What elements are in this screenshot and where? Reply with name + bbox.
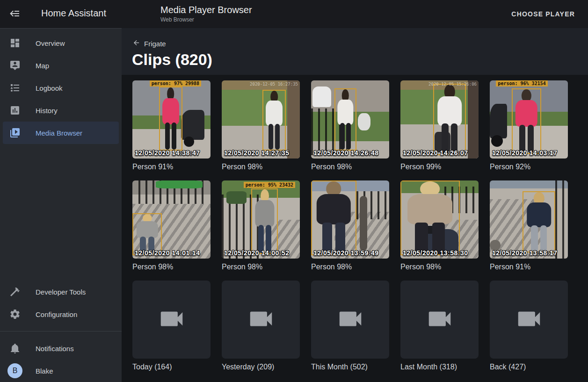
clip-item[interactable]: 12/05/2020 13:59:49: [311, 180, 389, 259]
person-leg: [531, 225, 538, 252]
clip-cell: 12/05/2020 14:01:14Person 98%: [132, 180, 211, 271]
sidebar-item-notifications[interactable]: Notifications: [3, 337, 119, 360]
sidebar-item-label: Configuration: [36, 310, 77, 318]
clip-timestamp: 12/05/2020 13:59:49: [313, 249, 379, 257]
clip-item[interactable]: person: 95% 2343212/05/2020 14:00:52: [222, 180, 300, 259]
person-leg: [540, 225, 547, 252]
folder-item-back[interactable]: [490, 281, 568, 359]
person-torso: [162, 98, 179, 124]
sidebar-item-overview[interactable]: Overview: [3, 32, 119, 54]
clip-item[interactable]: person: 97% 2998812/05/2020 14:38:47: [132, 80, 211, 159]
clip-timestamp: 12/05/2020 14:26:07: [403, 149, 468, 157]
breadcrumb-back-frigate[interactable]: Frigate: [132, 39, 166, 48]
sidebar-item-media-browser[interactable]: Media Browser: [3, 122, 119, 144]
folder-label: Yesterday (209): [222, 363, 300, 371]
dashboard-icon: [9, 37, 21, 49]
scene-prop: [360, 196, 368, 251]
media-grid: person: 97% 2998812/05/2020 14:38:47Pers…: [132, 80, 568, 371]
person-figure: [401, 181, 459, 254]
folder-label: Back (427): [490, 363, 568, 371]
clip-caption: Person 98%: [311, 263, 389, 271]
clip-item[interactable]: 2020-12-05 16:27:3512/05/2020 14:27:35: [222, 80, 300, 159]
sidebar-user-profile[interactable]: BBlake: [3, 360, 119, 382]
person-leg: [172, 123, 176, 150]
person-torso: [338, 100, 353, 125]
clip-cell: 12/05/2020 14:26:48Person 98%: [311, 80, 389, 171]
sidebar-item-label: Overview: [36, 39, 65, 47]
folder-label: This Month (502): [311, 363, 389, 371]
detection-box: [159, 86, 182, 151]
folder-cell: Back (427): [490, 281, 568, 371]
sidebar-item-history[interactable]: History: [3, 99, 119, 122]
clip-timestamp: 12/05/2020 14:00:52: [224, 249, 290, 257]
detection-box: [334, 88, 356, 151]
folder-cell: Yesterday (209): [222, 281, 300, 371]
folder-label: Today (164): [132, 363, 211, 371]
sidebar-item-developer-tools[interactable]: Developer Tools: [3, 281, 119, 303]
person-figure: [335, 89, 356, 150]
person-torso: [255, 200, 274, 227]
detection-box: [512, 88, 541, 154]
sidebar-toggle-button[interactable]: [8, 7, 22, 21]
sidebar-item-map[interactable]: Map: [3, 54, 119, 77]
panel-title: Media Player Browser: [160, 4, 252, 16]
clip-caption: Person 91%: [490, 263, 568, 271]
folder-item-yesterday[interactable]: [222, 281, 300, 359]
clip-cell: person: 96% 3215412/05/2020 14:03:17Pers…: [490, 80, 568, 171]
video-camera-icon: [247, 304, 276, 335]
folder-label: Last Month (318): [400, 363, 479, 371]
person-figure: [513, 89, 540, 153]
media-browser-icon: [9, 127, 21, 138]
clip-item[interactable]: person: 96% 3215412/05/2020 14:03:17: [490, 80, 568, 159]
hammer-icon: [9, 286, 21, 297]
gear-icon: [9, 309, 21, 320]
scene-prop: [181, 110, 204, 139]
detection-box: [523, 191, 555, 252]
camera-osd-timestamp: 2020-12-05 15:26:06: [428, 82, 477, 86]
clip-timestamp: 12/05/2020 14:03:17: [492, 149, 558, 157]
clip-timestamp: 12/05/2020 13:58:30: [403, 249, 468, 257]
scene-prop: [156, 180, 203, 188]
choose-player-button[interactable]: CHOOSE PLAYER: [508, 7, 579, 22]
person-leg: [346, 123, 350, 150]
sidebar-item-configuration[interactable]: Configuration: [3, 303, 119, 325]
detection-box: [433, 84, 466, 156]
folder-item-today[interactable]: [132, 281, 211, 359]
scene-prop: [312, 86, 331, 107]
scene-prop: [287, 80, 300, 159]
video-camera-icon: [425, 304, 454, 335]
clip-item[interactable]: 12/05/2020 13:58:30: [400, 180, 479, 259]
folder-item-this-month[interactable]: [311, 281, 389, 359]
clip-caption: Person 92%: [490, 163, 568, 171]
sidebar-item-label: History: [36, 107, 58, 115]
clip-caption: Person 98%: [311, 163, 389, 171]
sidebar-item-logbook[interactable]: Logbook: [3, 77, 119, 99]
person-leg: [258, 225, 264, 253]
map-account-icon: [9, 60, 21, 71]
page-header: Frigate Clips (820): [122, 28, 588, 75]
clip-caption: Person 91%: [132, 163, 211, 171]
scene-prop: [358, 113, 370, 130]
clip-item[interactable]: 12/05/2020 14:26:48: [311, 80, 389, 159]
clip-cell: person: 97% 2998812/05/2020 14:38:47Pers…: [132, 80, 211, 171]
sidebar: OverviewMapLogbookHistoryMedia BrowserDe…: [0, 28, 122, 382]
sidebar-item-label: Developer Tools: [36, 288, 86, 296]
person-figure: [523, 192, 554, 251]
clip-cell: 12/05/2020 13:58:17Person 91%: [490, 180, 568, 271]
clip-item[interactable]: 12/05/2020 13:58:17: [490, 180, 568, 259]
clip-item[interactable]: 2020-12-05 15:26:0612/05/2020 14:26:07: [400, 80, 479, 159]
folder-item-last-month[interactable]: [400, 281, 479, 359]
app-bar: Home Assistant Media Player Browser Web …: [0, 0, 588, 28]
person-figure: [312, 181, 356, 254]
person-figure: [252, 189, 277, 253]
clip-timestamp: 12/05/2020 14:27:35: [224, 149, 290, 157]
clip-caption: Person 99%: [400, 163, 479, 171]
sidebar-item-label: Notifications: [36, 345, 74, 353]
clip-item[interactable]: 12/05/2020 14:01:14: [132, 180, 211, 259]
clip-timestamp: 12/05/2020 14:38:47: [135, 149, 200, 157]
panel-subtitle: Web Browser: [160, 16, 252, 23]
bell-icon: [9, 343, 21, 354]
sidebar-item-label: Map: [36, 62, 49, 70]
person-figure: [160, 87, 181, 150]
detection-label-chip: person: 95% 23432: [244, 182, 295, 188]
